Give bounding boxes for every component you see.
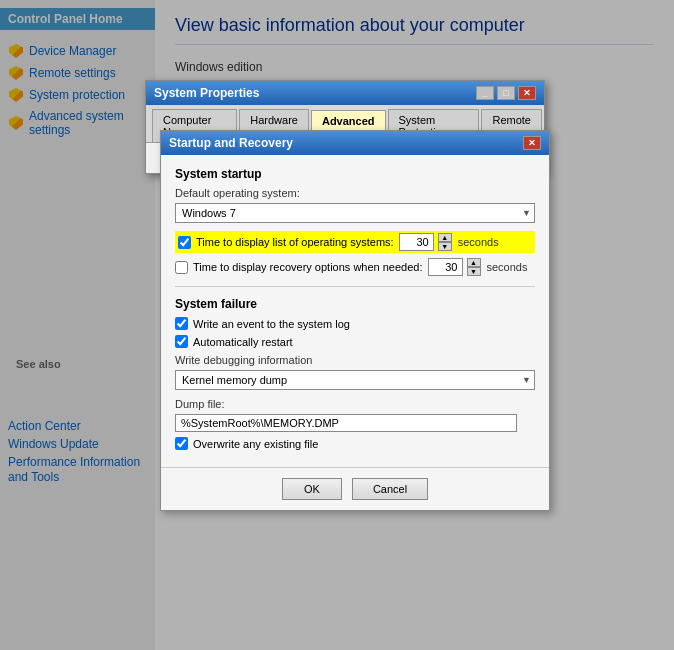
- control-panel-background: Control Panel Home Device Manager Remote…: [0, 0, 674, 650]
- default-os-dropdown[interactable]: Windows 7: [175, 203, 535, 223]
- time-display-os-up[interactable]: ▲: [438, 233, 452, 242]
- startup-recovery-body: System startup Default operating system:…: [161, 155, 549, 467]
- time-display-os-row: Time to display list of operating system…: [175, 231, 535, 253]
- time-recovery-checkbox[interactable]: [175, 261, 188, 274]
- startup-recovery-dialog: Startup and Recovery ✕ System startup De…: [160, 130, 550, 511]
- time-recovery-row: Time to display recovery options when ne…: [175, 258, 535, 276]
- time-recovery-label: Time to display recovery options when ne…: [193, 261, 423, 273]
- write-event-label: Write an event to the system log: [193, 318, 350, 330]
- time-recovery-spinner-btns: ▲ ▼: [467, 258, 481, 276]
- overwrite-checkbox[interactable]: [175, 437, 188, 450]
- auto-restart-checkbox[interactable]: [175, 335, 188, 348]
- dump-file-label: Dump file:: [175, 398, 535, 410]
- system-failure-label: System failure: [175, 297, 535, 311]
- auto-restart-label: Automatically restart: [193, 336, 293, 348]
- auto-restart-row: Automatically restart: [175, 335, 535, 348]
- titlebar-controls: _ □ ✕: [476, 86, 536, 100]
- debug-dropdown[interactable]: Kernel memory dump: [175, 370, 535, 390]
- startup-recovery-controls: ✕: [523, 136, 541, 150]
- minimize-button[interactable]: _: [476, 86, 494, 100]
- time-display-os-spinner: ▲ ▼ seconds: [399, 233, 499, 251]
- time-display-os-checkbox[interactable]: [178, 236, 191, 249]
- debug-dropdown-wrapper: Kernel memory dump ▼: [175, 370, 535, 390]
- subdialog-footer: OK Cancel: [161, 467, 549, 510]
- cancel-button[interactable]: Cancel: [352, 478, 428, 500]
- write-event-row: Write an event to the system log: [175, 317, 535, 330]
- time-display-os-down[interactable]: ▼: [438, 242, 452, 251]
- time-display-os-seconds: seconds: [458, 236, 499, 248]
- time-display-os-label: Time to display list of operating system…: [196, 236, 394, 248]
- write-debug-label: Write debugging information: [175, 354, 535, 366]
- ok-button[interactable]: OK: [282, 478, 342, 500]
- maximize-button[interactable]: □: [497, 86, 515, 100]
- time-recovery-up[interactable]: ▲: [467, 258, 481, 267]
- system-props-title: System Properties: [154, 86, 259, 100]
- section-divider: [175, 286, 535, 287]
- time-recovery-value[interactable]: [428, 258, 463, 276]
- default-os-label: Default operating system:: [175, 187, 535, 199]
- startup-recovery-close-button[interactable]: ✕: [523, 136, 541, 150]
- time-recovery-spinner: ▲ ▼ seconds: [428, 258, 528, 276]
- close-button[interactable]: ✕: [518, 86, 536, 100]
- dump-file-input[interactable]: [175, 414, 517, 432]
- time-recovery-down[interactable]: ▼: [467, 267, 481, 276]
- startup-recovery-title: Startup and Recovery: [169, 136, 293, 150]
- time-recovery-seconds: seconds: [487, 261, 528, 273]
- time-display-os-spinner-btns: ▲ ▼: [438, 233, 452, 251]
- system-startup-label: System startup: [175, 167, 535, 181]
- startup-recovery-titlebar: Startup and Recovery ✕: [161, 131, 549, 155]
- default-os-dropdown-wrapper: Windows 7 ▼: [175, 203, 535, 223]
- write-event-checkbox[interactable]: [175, 317, 188, 330]
- overwrite-row: Overwrite any existing file: [175, 437, 535, 450]
- time-display-os-value[interactable]: [399, 233, 434, 251]
- overwrite-label: Overwrite any existing file: [193, 438, 318, 450]
- system-props-titlebar: System Properties _ □ ✕: [146, 81, 544, 105]
